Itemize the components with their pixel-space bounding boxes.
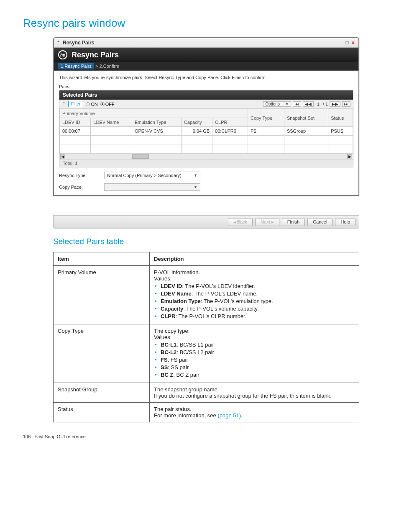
- desc-description: The copy type.Values:BC-L1: BC/SS L1 pai…: [150, 324, 359, 383]
- table-toolbar: ⌃ Filter ON OFF Options ▼ ⏮: [59, 100, 353, 109]
- filter-on-radio[interactable]: ON: [86, 102, 98, 107]
- window-title: Resync Pairs: [63, 40, 94, 46]
- desc-row: Copy TypeThe copy type.Values:BC-L1: BC/…: [54, 324, 359, 383]
- back-button: ◂ Back: [228, 218, 253, 226]
- desc-bullet: BC Z: BC Z pair: [155, 372, 355, 378]
- column-group-primary-volume: Primary Volume: [60, 109, 248, 118]
- selected-pairs-desc-table: Item Description Primary VolumeP-VOL inf…: [53, 252, 359, 422]
- scroll-left-button[interactable]: ◀: [60, 154, 65, 159]
- desc-item: Primary Volume: [54, 266, 150, 324]
- column-emulation-type[interactable]: Emulation Type: [132, 118, 181, 127]
- panel-heading: Selected Pairs: [59, 90, 353, 100]
- collapse-icon[interactable]: ⌃: [56, 40, 60, 46]
- desc-bullet: FS: FS pair: [155, 357, 355, 363]
- column-ldev-name[interactable]: LDEV Name: [91, 118, 132, 127]
- column-copy-type[interactable]: Copy Type: [248, 109, 284, 127]
- options-dropdown[interactable]: Options ▼: [263, 101, 291, 107]
- desc-header-desc: Description: [150, 252, 359, 266]
- column-ldev-id[interactable]: LDEV ID: [60, 118, 91, 127]
- hp-logo-icon: hp: [58, 50, 67, 59]
- table-row: [60, 136, 353, 144]
- breadcrumb-step-2: 2.Confirm: [100, 64, 120, 69]
- cancel-button[interactable]: Cancel: [307, 218, 332, 226]
- copy-pace-label: Copy Pace:: [59, 185, 101, 190]
- maximize-button[interactable]: □: [344, 40, 350, 46]
- breadcrumb: 1.Resync Pairs > 2.Confirm: [54, 62, 358, 71]
- column-capacity[interactable]: Capacity: [181, 118, 212, 127]
- desc-description: The snapshot group name.If you do not co…: [150, 383, 359, 403]
- total-bar: Total: 1: [59, 159, 353, 167]
- chevron-down-icon: ▼: [285, 102, 289, 106]
- cell-status: PSUS: [328, 127, 353, 136]
- desc-bullet: BC-L1: BC/SS L1 pair: [155, 342, 355, 348]
- cell-capacity: 0.04 GB: [181, 127, 212, 136]
- pager-prev-button[interactable]: ◀◀: [303, 101, 314, 107]
- wizard-footer: ◂ Back Next ▸ Finish Cancel Help: [53, 215, 359, 229]
- pairs-label: Pairs:: [59, 84, 353, 89]
- chevron-down-icon: ▼: [194, 173, 197, 177]
- breadcrumb-sep: >: [95, 64, 98, 69]
- resync-pairs-window: ⌃ Resync Pairs □ × hp Resync Pairs 1.Res…: [53, 37, 359, 196]
- page-indicator: 1: [315, 102, 321, 107]
- filter-off-radio[interactable]: OFF: [100, 102, 115, 107]
- desc-row: Primary VolumeP-VOL information.Values:L…: [54, 266, 359, 324]
- scroll-thumb[interactable]: [132, 154, 149, 159]
- table-row[interactable]: 00:00:07 OPEN-V CVS 0.04 GB 00:CLPR0 FS …: [60, 127, 353, 136]
- desc-item: Snapshot Group: [54, 383, 150, 403]
- desc-bullet: LDEV Name: The P-VOL's LDEV name.: [155, 290, 355, 297]
- table-wrapper: Primary Volume Copy Type Snapshot Set St…: [59, 109, 353, 153]
- desc-bullet: LDEV ID: The P-VOL's LDEV identifier.: [155, 283, 355, 289]
- selected-pairs-panel: Selected Pairs ⌃ Filter ON OFF Options ▼: [59, 90, 353, 167]
- page-footer: 106 Fast Snap GUI reference: [23, 434, 376, 439]
- cell-snapshot-set: SSGroup: [284, 127, 328, 136]
- resync-type-select[interactable]: Normal Copy (Primary > Secondary) ▼: [104, 172, 200, 179]
- copy-pace-select: - ▼: [104, 183, 200, 191]
- subheading: Selected Pairs table: [53, 237, 376, 246]
- pager-next-button[interactable]: ▶▶: [330, 101, 340, 107]
- filter-button[interactable]: Filter: [68, 101, 83, 107]
- cell-copy-type: FS: [248, 127, 284, 136]
- cell-ldev-id: 00:00:07: [60, 127, 91, 136]
- page-title: Resync pairs window: [23, 17, 376, 30]
- table-row: [60, 144, 353, 153]
- breadcrumb-step-1: 1.Resync Pairs: [58, 63, 94, 69]
- column-clpr[interactable]: CLPR: [212, 118, 248, 127]
- desc-bullet: SS: SS pair: [155, 364, 355, 370]
- desc-row: StatusThe pair status.For more informati…: [54, 403, 359, 422]
- chevron-down-icon: ▼: [194, 185, 197, 189]
- close-button[interactable]: ×: [350, 39, 356, 46]
- desc-header-item: Item: [54, 252, 150, 266]
- desc-row: Snapshot GroupThe snapshot group name.If…: [54, 383, 359, 403]
- desc-description: The pair status.For more information, se…: [150, 403, 359, 422]
- desc-item: Status: [54, 403, 150, 422]
- finish-button[interactable]: Finish: [282, 218, 305, 226]
- next-button: Next ▸: [255, 218, 279, 226]
- titlebar: ⌃ Resync Pairs □ ×: [54, 38, 358, 48]
- desc-bullet: CLPR: The P-VOL's CLPR number.: [155, 313, 355, 319]
- help-button[interactable]: Help: [335, 218, 356, 226]
- selected-pairs-table: Primary Volume Copy Type Snapshot Set St…: [59, 109, 353, 153]
- desc-bullet: Emulation Type: The P-VOL's emulation ty…: [155, 298, 355, 304]
- horizontal-scrollbar[interactable]: ◀ ▶: [59, 153, 353, 159]
- wizard-description: This wizard lets you re-synchronize pair…: [59, 75, 353, 80]
- resync-type-label: Resync Type:: [59, 173, 101, 178]
- page-total: / 1: [323, 102, 328, 107]
- desc-item: Copy Type: [54, 324, 150, 383]
- app-header: hp Resync Pairs: [54, 48, 358, 62]
- pager-last-button[interactable]: ⏭: [342, 101, 350, 107]
- desc-bullet: Capacity: The P-VOL's volume capacity.: [155, 306, 355, 312]
- scroll-right-button[interactable]: ▶: [347, 154, 352, 159]
- pager-first-button[interactable]: ⏮: [293, 101, 301, 107]
- cell-clpr: 00:CLPR0: [212, 127, 248, 136]
- collapse-icon[interactable]: ⌃: [62, 101, 66, 107]
- page-link[interactable]: (page 51): [217, 412, 241, 419]
- app-title: Resync Pairs: [72, 51, 119, 59]
- column-status[interactable]: Status: [328, 109, 353, 127]
- cell-emulation-type: OPEN-V CVS: [132, 127, 181, 136]
- desc-bullet: BC-L2: BC/SS L2 pair: [155, 349, 355, 355]
- column-snapshot-set[interactable]: Snapshot Set: [284, 109, 328, 127]
- desc-description: P-VOL information.Values:LDEV ID: The P-…: [150, 266, 359, 324]
- cell-ldev-name: [91, 127, 132, 136]
